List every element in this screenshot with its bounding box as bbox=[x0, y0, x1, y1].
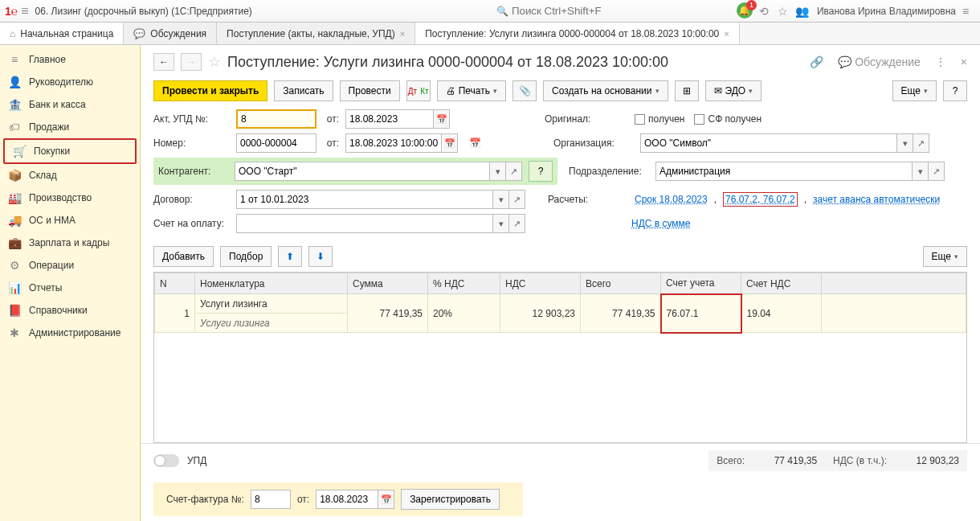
calendar-icon[interactable]: 📅 bbox=[442, 133, 458, 153]
global-search-input[interactable] bbox=[512, 3, 737, 19]
post-and-close-button[interactable]: Провести и закрыть bbox=[153, 80, 267, 101]
star-icon[interactable]: ☆ bbox=[774, 5, 793, 18]
col-account[interactable]: Счет учета bbox=[661, 273, 741, 294]
help-button[interactable]: ? bbox=[943, 80, 967, 101]
dropdown-icon[interactable]: ▾ bbox=[913, 162, 929, 181]
sidebar-item-manager[interactable]: 👤Руководителю bbox=[0, 71, 140, 93]
register-button[interactable]: Зарегистрировать bbox=[401, 489, 500, 510]
sidebar-item-operations[interactable]: ⚙Операции bbox=[0, 254, 140, 277]
sidebar-item-production[interactable]: 🏭Производство bbox=[0, 187, 140, 209]
sidebar-item-bank[interactable]: 🏦Банк и касса bbox=[0, 93, 140, 116]
create-based-button[interactable]: Создать на основании▾ bbox=[543, 80, 668, 101]
close-icon[interactable]: × bbox=[961, 55, 967, 68]
col-total[interactable]: Всего bbox=[581, 273, 661, 294]
close-icon[interactable]: × bbox=[724, 29, 729, 39]
upd-toggle[interactable] bbox=[153, 454, 179, 467]
notifications-button[interactable]: 🔔 1 bbox=[737, 2, 754, 20]
calc-advance-link[interactable]: зачет аванса автоматически bbox=[813, 194, 940, 205]
col-sum[interactable]: Сумма bbox=[348, 273, 428, 294]
sidebar-item-reports[interactable]: 📊Отчеты bbox=[0, 277, 140, 299]
related-docs-button[interactable]: ⊞ bbox=[675, 80, 699, 101]
dtct-button[interactable]: ДтКт bbox=[406, 80, 431, 101]
sf-date-input[interactable] bbox=[316, 490, 378, 509]
col-nds[interactable]: НДС bbox=[500, 273, 581, 294]
number-datetime-input[interactable] bbox=[345, 133, 442, 153]
tab-receipt-doc[interactable]: Поступление: Услуги лизинга 0000-000004 … bbox=[415, 23, 740, 44]
more-button[interactable]: Еще▾ bbox=[892, 80, 937, 101]
dropdown-icon[interactable]: ▾ bbox=[493, 190, 509, 209]
original-label: Оригинал: bbox=[545, 113, 625, 125]
calendar-plus-icon[interactable]: 📅 bbox=[469, 137, 481, 149]
open-icon[interactable]: ↗ bbox=[506, 162, 522, 181]
sidebar-item-warehouse[interactable]: 📦Склад bbox=[0, 164, 140, 187]
calendar-icon[interactable]: 📅 bbox=[378, 490, 394, 509]
more-icon[interactable]: ≡ bbox=[956, 5, 975, 18]
contragent-help-button[interactable]: ? bbox=[529, 161, 553, 182]
col-n[interactable]: N bbox=[155, 273, 195, 294]
nav-forward-button[interactable]: → bbox=[181, 53, 202, 71]
open-icon[interactable]: ↗ bbox=[913, 133, 929, 153]
select-items-button[interactable]: Подбор bbox=[220, 246, 272, 267]
act-number-input[interactable] bbox=[236, 109, 316, 129]
col-pct-nds[interactable]: % НДС bbox=[428, 273, 500, 294]
organization-input[interactable] bbox=[640, 133, 897, 153]
sidebar-item-purchases[interactable]: 🛒Покупки bbox=[3, 138, 137, 164]
link-icon[interactable]: 🔗 bbox=[810, 55, 823, 68]
number-input[interactable] bbox=[236, 133, 316, 153]
tab-discussions[interactable]: 💬Обсуждения bbox=[124, 23, 217, 44]
nav-back-button[interactable]: ← bbox=[153, 53, 174, 71]
total-label: Всего: bbox=[717, 455, 745, 466]
sidebar-item-payroll[interactable]: 💼Зарплата и кадры bbox=[0, 232, 140, 254]
col-nomen[interactable]: Номенклатура bbox=[195, 273, 348, 294]
calendar-icon[interactable]: 📅 bbox=[434, 109, 450, 129]
calc-term-link[interactable]: Срок 18.08.2023 bbox=[635, 194, 708, 205]
print-button[interactable]: 🖨Печать▾ bbox=[437, 80, 506, 101]
tab-home[interactable]: ⌂Начальная страница bbox=[0, 23, 124, 44]
menu-icon[interactable]: ≡ bbox=[21, 4, 28, 18]
open-icon[interactable]: ↗ bbox=[509, 214, 525, 233]
contract-input[interactable] bbox=[236, 190, 493, 209]
department-input[interactable] bbox=[655, 162, 913, 181]
sidebar-item-catalogs[interactable]: 📕Справочники bbox=[0, 299, 140, 322]
favorite-icon[interactable]: ☆ bbox=[208, 53, 221, 71]
attach-button[interactable]: 📎 bbox=[512, 80, 537, 101]
table-row[interactable]: 1 Услуги лизинга 77 419,35 20% 12 903,23… bbox=[155, 294, 966, 314]
move-up-button[interactable]: ⬆ bbox=[278, 246, 302, 267]
nds-mode-link[interactable]: НДС в сумме bbox=[631, 218, 691, 229]
cart-icon: 🛒 bbox=[13, 145, 26, 158]
open-icon[interactable]: ↗ bbox=[929, 162, 945, 181]
content: ← → ☆ Поступление: Услуги лизинга 0000-0… bbox=[141, 45, 980, 521]
notification-count: 1 bbox=[746, 0, 757, 10]
move-down-button[interactable]: ⬇ bbox=[308, 246, 333, 267]
act-date-input[interactable] bbox=[345, 109, 434, 129]
sidebar-item-sales[interactable]: 🏷Продажи bbox=[0, 116, 140, 138]
history-icon[interactable]: ⟲ bbox=[754, 5, 774, 18]
dropdown-icon[interactable]: ▾ bbox=[490, 162, 506, 181]
sf-number-input[interactable] bbox=[251, 490, 291, 509]
table-more-button[interactable]: Еще▾ bbox=[923, 246, 967, 267]
add-row-button[interactable]: Добавить bbox=[153, 246, 214, 267]
close-icon[interactable]: × bbox=[400, 29, 405, 39]
post-button[interactable]: Провести bbox=[340, 80, 400, 101]
dropdown-icon[interactable]: ▾ bbox=[493, 214, 509, 233]
contragent-input[interactable] bbox=[235, 162, 490, 181]
col-nds-account[interactable]: Счет НДС bbox=[741, 273, 822, 294]
open-icon[interactable]: ↗ bbox=[509, 190, 525, 209]
sidebar-item-admin[interactable]: ✱Администрирование bbox=[0, 322, 140, 344]
sidebar-item-main[interactable]: ≡Главное bbox=[0, 48, 140, 71]
dropdown-icon[interactable]: ▾ bbox=[897, 133, 913, 153]
tab-receipts-list[interactable]: Поступление (акты, накладные, УПД)× bbox=[217, 23, 415, 44]
invoice-pay-input[interactable] bbox=[236, 214, 493, 233]
save-button[interactable]: Записать bbox=[274, 80, 333, 101]
nds-label: НДС (в т.ч.): bbox=[833, 455, 887, 466]
current-user[interactable]: Иванова Ирина Владимировна bbox=[817, 6, 956, 17]
users-icon[interactable]: 👥 bbox=[793, 5, 812, 18]
edo-button[interactable]: ✉ЭДО▾ bbox=[705, 80, 762, 101]
sidebar-item-assets[interactable]: 🚚ОС и НМА bbox=[0, 209, 140, 232]
received-checkbox[interactable]: получен bbox=[635, 113, 684, 125]
discussion-button[interactable]: 💬 Обсуждение bbox=[838, 55, 920, 68]
kebab-icon[interactable]: ⋮ bbox=[935, 55, 946, 68]
account-cell[interactable]: 76.07.1 bbox=[661, 294, 741, 333]
sf-received-checkbox[interactable]: СФ получен bbox=[694, 113, 762, 125]
calc-accounts-link[interactable]: 76.07.2, 76.07.2 bbox=[723, 192, 798, 207]
